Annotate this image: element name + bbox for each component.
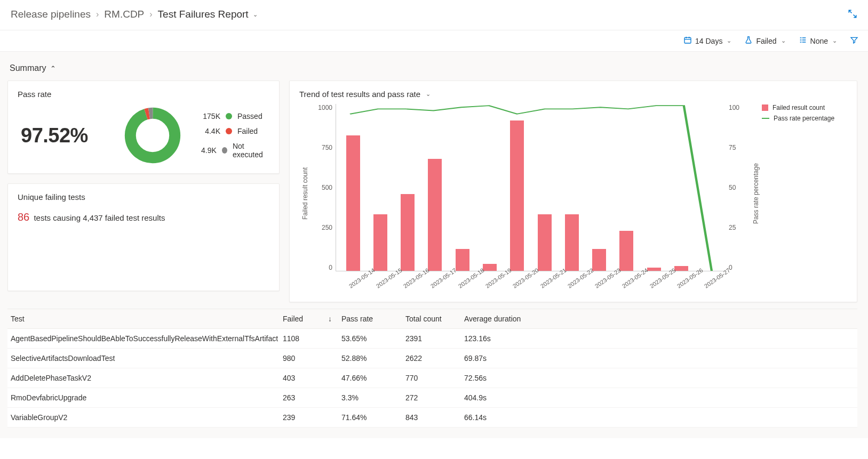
cell-avg: 123.16s [464, 334, 571, 343]
x-tick-label: 2023-05-18 [457, 276, 472, 289]
svg-rect-0 [684, 37, 691, 43]
legend-line-label: Pass rate percentage [774, 115, 834, 122]
x-tick-label: 2023-05-24 [621, 276, 636, 289]
chevron-down-icon: ⌄ [253, 11, 258, 18]
x-tick-label: 2023-05-20 [512, 276, 527, 289]
x-tick-label: 2023-05-19 [484, 276, 499, 289]
x-tick-label: 2023-05-26 [676, 276, 691, 289]
legend-swatch-bar [762, 104, 768, 111]
breadcrumb-pipeline[interactable]: RM.CDP [104, 9, 144, 20]
col-total[interactable]: Total count [405, 315, 464, 323]
cell-total: 770 [405, 374, 464, 382]
x-tick-label: 2023-05-21 [539, 276, 554, 289]
chevron-up-icon: ⌃ [50, 65, 56, 73]
pass-rate-legend: 175K Passed 4.4K Failed 4.9K Not [197, 112, 269, 159]
table-row[interactable]: AddDeletePhaseTaskV240347.66%77072.56s [7, 368, 857, 388]
legend-failed-label: Failed [237, 127, 258, 135]
summary-section-toggle[interactable]: Summary ⌃ [7, 60, 857, 80]
date-range-picker[interactable]: 14 Days ⌄ [683, 36, 731, 46]
group-icon [799, 36, 807, 46]
x-tick-label: 2023-05-23 [594, 276, 609, 289]
calendar-icon [683, 36, 692, 46]
table-row[interactable]: SelectiveArtifactsDownloadTest98052.88%2… [7, 349, 857, 368]
chart-bar[interactable] [483, 264, 497, 271]
legend-swatch-line [762, 118, 769, 119]
legend-passed-label: Passed [237, 112, 262, 120]
cell-pass_rate: 52.88% [341, 354, 405, 363]
chart-plot[interactable]: 2023-05-142023-05-152023-05-162023-05-17… [336, 104, 726, 271]
groupby-label: None [810, 37, 828, 45]
y-axis-left-label: Failed result count [299, 167, 311, 220]
x-tick-label: 2023-05-16 [402, 276, 417, 289]
pass-rate-value: 97.52% [18, 124, 108, 147]
cell-failed: 1108 [283, 334, 341, 343]
cell-avg: 72.56s [464, 374, 571, 382]
breadcrumb: Release pipelines › RM.CDP › Test Failur… [11, 9, 258, 20]
x-tick-label: 2023-05-15 [375, 276, 390, 289]
fullscreen-button[interactable] [848, 9, 857, 20]
cell-test: AgentBasedPipelineShouldBeAbleToSuccessf… [11, 334, 283, 343]
legend-swatch-green [226, 113, 232, 119]
chart-bar[interactable] [592, 249, 606, 271]
table-row[interactable]: RmoDevfabricUpgrade2633.3%272404.9s [7, 388, 857, 408]
legend-notexec-count: 4.9K [197, 146, 217, 155]
y-axis-left-ticks: 10007505002500 [311, 103, 332, 284]
chart-bar[interactable] [538, 214, 552, 271]
cell-total: 2391 [405, 334, 464, 343]
breadcrumb-current-dropdown[interactable]: Test Failures Report ⌄ [158, 9, 258, 20]
cell-pass_rate: 53.65% [341, 334, 405, 343]
chart-bar[interactable] [346, 135, 360, 271]
unique-failing-card: Unique failing tests 86 tests causing 4,… [7, 183, 280, 291]
chart-legend: Failed result count Pass rate percentage [762, 103, 847, 284]
trend-chart-title: Trend of test results and pass rate [299, 90, 420, 99]
col-failed[interactable]: Failed ↓ [283, 315, 341, 323]
trend-chart-dropdown[interactable]: Trend of test results and pass rate ⌄ [299, 90, 847, 103]
col-avg[interactable]: Average duration [464, 315, 571, 323]
legend-passed-count: 175K [197, 112, 220, 120]
legend-swatch-grey [222, 147, 227, 154]
chart-bar[interactable] [428, 159, 442, 271]
outcome-label: Failed [756, 37, 776, 45]
chart-bar[interactable] [401, 194, 415, 271]
cell-avg: 404.9s [464, 393, 571, 402]
col-pass-rate[interactable]: Pass rate [341, 315, 405, 323]
col-test[interactable]: Test [11, 315, 283, 323]
chart-bar[interactable] [674, 266, 688, 271]
section-title-text: Summary [10, 63, 46, 73]
chart-bar[interactable] [565, 214, 579, 271]
unique-failing-title: Unique failing tests [18, 192, 269, 202]
filter-button[interactable] [850, 36, 858, 46]
chart-bar[interactable] [619, 231, 633, 271]
chevron-down-icon: ⌄ [426, 91, 431, 98]
x-tick-label: 2023-05-25 [648, 276, 663, 289]
sort-desc-icon: ↓ [328, 315, 332, 323]
table-row[interactable]: VariableGroupV223971.64%84366.14s [7, 408, 857, 428]
x-tick-label: 2023-05-17 [429, 276, 444, 289]
cell-test: SelectiveArtifactsDownloadTest [11, 354, 283, 363]
cell-total: 272 [405, 393, 464, 402]
filter-icon [850, 36, 858, 46]
y-axis-right-ticks: 1007550250 [729, 103, 750, 284]
flask-icon [744, 36, 753, 46]
breadcrumb-root[interactable]: Release pipelines [11, 9, 91, 20]
y-axis-right-label: Pass rate percentage [750, 163, 762, 224]
cell-pass_rate: 3.3% [341, 393, 405, 402]
x-tick-label: 2023-05-14 [347, 276, 362, 289]
pass-rate-title: Pass rate [18, 90, 269, 99]
page-title: Test Failures Report [158, 9, 249, 20]
groupby-picker[interactable]: None ⌄ [799, 36, 837, 46]
cell-failed: 403 [283, 374, 341, 382]
chevron-right-icon: › [96, 10, 99, 19]
chevron-down-icon: ⌄ [781, 37, 786, 44]
table-row[interactable]: AgentBasedPipelineShouldBeAbleToSuccessf… [7, 329, 857, 349]
cell-test: AddDeletePhaseTaskV2 [11, 374, 283, 382]
unique-failing-count: 86 [18, 211, 29, 223]
chevron-right-icon: › [149, 10, 152, 19]
chart-bar[interactable] [373, 214, 387, 271]
outcome-picker[interactable]: Failed ⌄ [744, 36, 785, 46]
chevron-down-icon: ⌄ [832, 37, 837, 44]
chart-bar[interactable] [456, 249, 469, 271]
cell-avg: 66.14s [464, 413, 571, 422]
chart-bar[interactable] [510, 120, 524, 271]
date-range-label: 14 Days [695, 37, 722, 45]
